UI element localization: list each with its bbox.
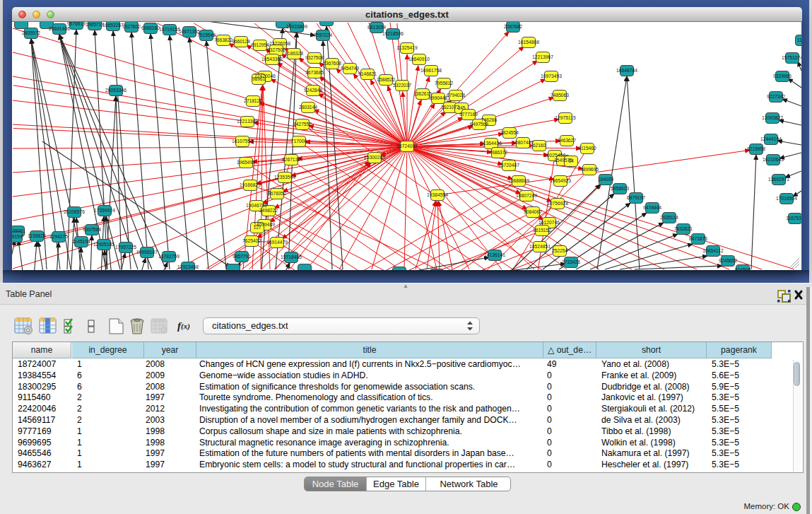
svg-text:8990448: 8990448 (429, 95, 447, 100)
svg-text:9474444: 9474444 (643, 205, 661, 210)
svg-text:1117: 1117 (797, 37, 801, 42)
svg-text:1965719: 1965719 (86, 22, 104, 27)
svg-text:8678352: 8678352 (268, 191, 286, 196)
svg-text:1615152: 1615152 (533, 228, 551, 233)
svg-text:6794028: 6794028 (447, 93, 465, 98)
svg-text:17957225: 17957225 (115, 245, 136, 250)
svg-text:15751074: 15751074 (782, 55, 801, 60)
svg-text:5322037: 5322037 (393, 83, 411, 88)
svg-text:2935114: 2935114 (660, 215, 678, 220)
svg-text:10807487: 10807487 (512, 140, 534, 145)
svg-text:25300285: 25300285 (364, 155, 385, 160)
svg-text:7955812: 7955812 (435, 81, 453, 86)
svg-text:19166829: 19166829 (240, 182, 261, 187)
svg-text:28053346: 28053346 (105, 88, 126, 93)
svg-text:19384554: 19384554 (427, 192, 448, 197)
svg-text:16914479: 16914479 (266, 240, 288, 245)
svg-text:15718485: 15718485 (281, 255, 302, 259)
svg-text:19218506: 19218506 (382, 31, 404, 36)
svg-text:1965493: 1965493 (237, 160, 255, 165)
svg-text:1167533: 1167533 (786, 216, 801, 221)
svg-text:16543362: 16543362 (261, 57, 283, 62)
svg-text:9115460: 9115460 (578, 146, 596, 151)
svg-text:10719155: 10719155 (159, 27, 180, 32)
svg-text:62160: 62160 (533, 143, 546, 148)
svg-text:9227342: 9227342 (767, 94, 785, 99)
svg-text:17016504: 17016504 (776, 196, 797, 201)
svg-text:6966160: 6966160 (141, 25, 160, 30)
svg-text:9660124: 9660124 (232, 39, 250, 44)
svg-text:8215958: 8215958 (747, 146, 765, 151)
svg-text:7485063: 7485063 (551, 93, 569, 98)
svg-text:2803144: 2803144 (299, 105, 317, 110)
svg-text:1733426: 1733426 (562, 259, 580, 264)
svg-text:8267130: 8267130 (282, 157, 300, 162)
svg-text:2805572: 2805572 (22, 30, 40, 35)
svg-text:98961: 98961 (252, 76, 266, 81)
svg-text:164095: 164095 (598, 177, 614, 182)
svg-text:16782759: 16782759 (158, 254, 180, 259)
svg-text:9084067: 9084067 (524, 209, 542, 214)
svg-text:10958107: 10958107 (136, 250, 158, 255)
svg-text:16648784: 16648784 (616, 68, 637, 73)
svg-text:7557224: 7557224 (314, 33, 332, 37)
svg-text:2718126: 2718126 (244, 98, 262, 103)
svg-text:8186328: 8186328 (285, 51, 303, 56)
svg-text:7632621: 7632621 (674, 226, 693, 231)
svg-text:1156829: 1156829 (28, 233, 46, 238)
svg-text:17359924: 17359924 (94, 208, 115, 213)
svg-text:8427552: 8427552 (293, 122, 312, 127)
svg-text:9327500: 9327500 (267, 47, 286, 52)
svg-text:11325419: 11325419 (396, 45, 418, 50)
svg-text:20206576: 20206576 (64, 209, 85, 214)
svg-text:717006: 717006 (291, 139, 307, 144)
svg-text:1621072: 1621072 (441, 105, 459, 110)
svg-text:(x): (x) (181, 322, 190, 331)
svg-text:3673685: 3673685 (305, 70, 324, 75)
svg-text:8471676: 8471676 (689, 236, 707, 241)
svg-text:12093822: 12093822 (762, 115, 783, 120)
svg-text:5958923: 5958923 (611, 186, 629, 191)
svg-text:10654112: 10654112 (702, 248, 724, 253)
svg-text:924506: 924506 (735, 267, 751, 270)
svg-text:21364436: 21364436 (481, 141, 502, 146)
svg-text:10025458: 10025458 (544, 153, 565, 158)
svg-text:8454749: 8454749 (341, 66, 359, 71)
svg-text:10653267: 10653267 (102, 23, 124, 28)
svg-text:9463627: 9463627 (558, 138, 576, 143)
svg-text:15720407: 15720407 (498, 163, 519, 168)
svg-text:2087682: 2087682 (504, 24, 522, 29)
svg-text:345: 345 (457, 105, 465, 110)
svg-text:39159: 39159 (12, 234, 23, 239)
svg-text:18640910: 18640910 (408, 57, 430, 62)
svg-text:3498222: 3498222 (259, 208, 278, 213)
svg-text:10756928: 10756928 (547, 201, 568, 206)
svg-text:1588520: 1588520 (377, 77, 395, 82)
svg-text:12353594: 12353594 (274, 175, 295, 180)
svg-text:14136141: 14136141 (484, 252, 505, 257)
svg-text:8813054: 8813054 (367, 25, 386, 30)
svg-text:127: 127 (253, 225, 261, 230)
svg-text:12444194: 12444194 (760, 136, 782, 141)
svg-text:9245652: 9245652 (719, 258, 737, 263)
svg-text:7663822: 7663822 (214, 37, 233, 42)
svg-text:9146821: 9146821 (358, 71, 377, 76)
svg-text:2367608: 2367608 (323, 61, 341, 66)
svg-text:9329966: 9329966 (773, 74, 792, 78)
svg-text:19046786: 19046786 (246, 203, 267, 208)
svg-text:16120746: 16120746 (539, 220, 560, 225)
svg-text:16154808: 16154808 (518, 40, 539, 45)
svg-text:3824554: 3824554 (500, 130, 519, 135)
svg-text:9327508: 9327508 (305, 55, 324, 60)
svg-text:16107553: 16107553 (232, 139, 253, 144)
svg-text:23226058: 23226058 (269, 41, 290, 46)
svg-text:64: 64 (568, 158, 574, 163)
svg-text:19654923: 19654923 (550, 178, 571, 183)
svg-text:9857791: 9857791 (233, 254, 251, 259)
svg-text:7986372: 7986372 (489, 150, 507, 155)
svg-text:12975115: 12975115 (555, 115, 576, 120)
svg-text:9899695: 9899695 (580, 167, 599, 172)
svg-text:6497568: 6497568 (470, 122, 488, 127)
svg-text:7515546: 7515546 (197, 33, 216, 37)
svg-text:9397588: 9397588 (83, 227, 101, 232)
